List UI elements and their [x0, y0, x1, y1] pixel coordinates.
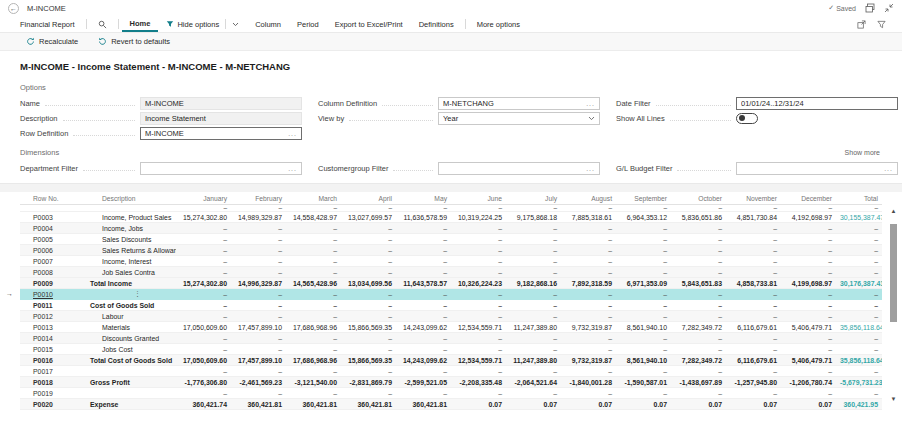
value-cell-march[interactable]: – [286, 300, 341, 311]
value-cell-may[interactable]: -2,599,521.05 [396, 377, 451, 388]
description-cell[interactable]: Income, Product Sales [88, 212, 176, 223]
value-cell-february[interactable]: – [231, 344, 286, 355]
column-header-row-no-[interactable]: Row No. [20, 192, 88, 205]
table-row-p0005[interactable]: P0005Sales Discounts––––––––––––– [20, 234, 882, 245]
revert-to-defaults-button[interactable]: Revert to defaults [98, 37, 170, 46]
value-cell-april[interactable]: 15,866,569.35 [341, 322, 396, 333]
value-cell-august[interactable]: – [561, 366, 616, 377]
table-row[interactable]: ––––––––––––– [20, 205, 882, 212]
value-cell-july[interactable]: – [506, 234, 561, 245]
column-header-september[interactable]: September [616, 192, 671, 205]
value-cell-february[interactable]: – [231, 388, 286, 399]
value-cell-january[interactable]: – [176, 366, 231, 377]
value-cell-december[interactable]: – [781, 344, 836, 355]
tab-hide-options[interactable]: Hide options [158, 16, 247, 32]
value-cell-november[interactable]: – [726, 333, 781, 344]
value-cell-february[interactable]: – [231, 267, 286, 278]
value-cell-september[interactable]: – [616, 205, 671, 212]
value-cell-august[interactable]: – [561, 333, 616, 344]
row-no-value[interactable]: P0010 [33, 291, 53, 298]
value-cell-august[interactable]: – [561, 223, 616, 234]
value-cell-september[interactable]: – [616, 311, 671, 322]
value-cell-june[interactable]: – [451, 223, 506, 234]
column-header-april[interactable]: April [341, 192, 396, 205]
value-cell-june[interactable]: 12,534,559.71 [451, 322, 506, 333]
value-cell-august[interactable]: – [561, 256, 616, 267]
value-cell-october[interactable]: – [671, 366, 726, 377]
value-cell-march[interactable]: – [286, 388, 341, 399]
value-cell-july[interactable]: – [506, 300, 561, 311]
value-cell-january[interactable]: – [176, 205, 231, 212]
search-icon[interactable] [90, 16, 115, 32]
column-header-january[interactable]: January [176, 192, 231, 205]
value-cell-february[interactable]: – [231, 256, 286, 267]
column-header-october[interactable]: October [671, 192, 726, 205]
value-cell-august[interactable]: – [561, 410, 616, 411]
value-cell-december[interactable]: – [781, 366, 836, 377]
total-cell[interactable]: – [836, 256, 882, 267]
value-cell-august[interactable]: – [561, 289, 616, 300]
lookup-icon[interactable]: ... [288, 165, 297, 172]
value-cell-may[interactable]: – [396, 267, 451, 278]
description-cell[interactable]: Job Sales Contra [88, 267, 176, 278]
value-cell-november[interactable]: 6,116,679.61 [726, 322, 781, 333]
value-cell-july[interactable]: – [506, 245, 561, 256]
value-cell-april[interactable]: – [341, 245, 396, 256]
value-cell-november[interactable]: 4,858,733.81 [726, 278, 781, 289]
value-cell-may[interactable]: – [396, 234, 451, 245]
value-cell-february[interactable]: – [231, 205, 286, 212]
row-no-cell[interactable]: P0011 [20, 300, 88, 311]
value-cell-may[interactable]: – [396, 311, 451, 322]
description-cell[interactable] [88, 205, 176, 212]
description-cell[interactable]: Cost of Goods Sold [88, 300, 176, 311]
value-cell-june[interactable]: – [451, 410, 506, 411]
value-cell-october[interactable]: – [671, 410, 726, 411]
value-cell-april[interactable]: 15,866,569.35 [341, 355, 396, 366]
row-no-cell[interactable]: P0003 [20, 212, 88, 223]
value-cell-december[interactable]: – [781, 234, 836, 245]
row-no-cell[interactable]: P0016 [20, 355, 88, 366]
value-cell-april[interactable]: – [341, 333, 396, 344]
date-filter-input[interactable]: 01/01/24..12/31/24 [736, 97, 898, 110]
description-cell[interactable]: ⋮ [88, 289, 176, 300]
chevron-down-icon[interactable] [232, 22, 239, 27]
value-cell-january[interactable]: – [176, 267, 231, 278]
lookup-icon[interactable]: ... [586, 100, 595, 107]
column-header-july[interactable]: July [506, 192, 561, 205]
value-cell-march[interactable]: 360,421.81 [286, 399, 341, 410]
value-cell-april[interactable]: – [341, 267, 396, 278]
value-cell-december[interactable]: – [781, 223, 836, 234]
dimensions-section-label[interactable]: Dimensions [20, 148, 59, 157]
value-cell-september[interactable]: 6,971,353.09 [616, 278, 671, 289]
value-cell-july[interactable]: 0.07 [506, 399, 561, 410]
row-no-cell[interactable]: P0005 [20, 234, 88, 245]
value-cell-july[interactable]: – [506, 388, 561, 399]
total-cell[interactable]: – [836, 366, 882, 377]
column-header-may[interactable]: May [396, 192, 451, 205]
value-cell-december[interactable]: 5,406,479.71 [781, 322, 836, 333]
value-cell-november[interactable]: – [726, 267, 781, 278]
table-row-p0015[interactable]: P0015Jobs Cost––––––––––––– [20, 344, 882, 355]
value-cell-july[interactable]: – [506, 410, 561, 411]
value-cell-june[interactable]: – [451, 311, 506, 322]
value-cell-february[interactable]: – [231, 245, 286, 256]
value-cell-february[interactable]: – [231, 234, 286, 245]
value-cell-november[interactable]: – [726, 366, 781, 377]
value-cell-july[interactable]: – [506, 333, 561, 344]
description-cell[interactable] [88, 366, 176, 377]
gl-budget-filter-input[interactable]: ... [736, 162, 898, 175]
value-cell-november[interactable]: 0.07 [726, 399, 781, 410]
tab-home[interactable]: Home [122, 16, 159, 32]
menu-context-label[interactable]: Financial Report [12, 16, 83, 32]
page-filter-icon[interactable] [877, 20, 886, 29]
value-cell-october[interactable]: – [671, 311, 726, 322]
value-cell-october[interactable]: – [671, 344, 726, 355]
row-no-cell[interactable]: P0012 [20, 311, 88, 322]
value-cell-october[interactable]: – [671, 267, 726, 278]
value-cell-february[interactable]: – [231, 223, 286, 234]
value-cell-july[interactable]: – [506, 289, 561, 300]
value-cell-june[interactable]: – [451, 300, 506, 311]
value-cell-january[interactable]: – [176, 300, 231, 311]
view-by-select[interactable]: Year [438, 112, 600, 125]
value-cell-september[interactable]: – [616, 333, 671, 344]
